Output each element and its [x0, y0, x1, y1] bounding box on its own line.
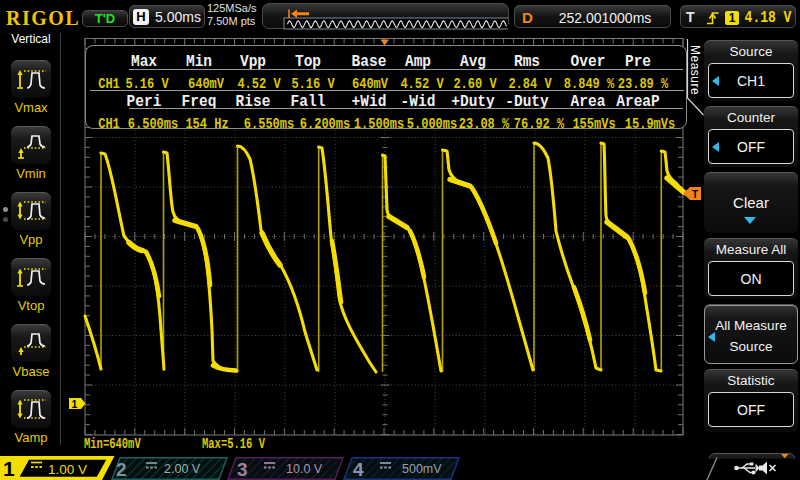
svg-text:T: T	[692, 189, 698, 200]
svg-text:1: 1	[72, 398, 78, 410]
